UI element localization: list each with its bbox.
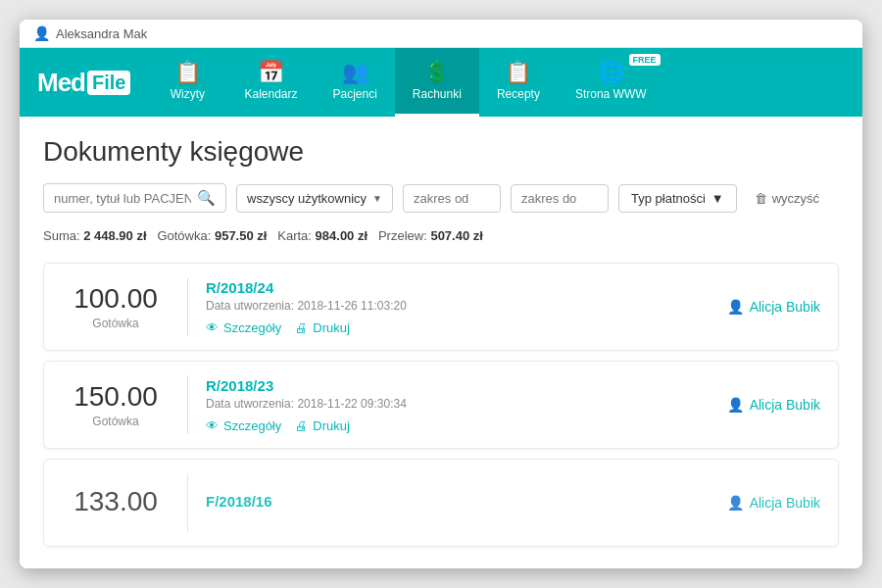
www-icon: 🌐 xyxy=(598,62,624,83)
gotowka-label: Gotówka: xyxy=(157,228,211,243)
search-input[interactable] xyxy=(54,191,191,206)
app-window: 👤 Aleksandra Mak Med File 📋 Wizyty 📅 Kal… xyxy=(20,20,862,568)
user-icon: 👤 xyxy=(33,25,50,41)
amount-value-3: 133.00 xyxy=(62,486,170,517)
details-button-2[interactable]: 👁 Szczegóły xyxy=(206,418,281,433)
date-value-2: 2018-11-22 09:30:34 xyxy=(297,397,406,411)
payment-type-caret: ▼ xyxy=(711,191,724,206)
doc-patient-2[interactable]: 👤 Alicja Bubik xyxy=(683,397,820,413)
brand-med-text: Med xyxy=(37,68,85,98)
trash-icon: 🗑 xyxy=(755,191,767,206)
amount-value-2: 150.00 xyxy=(62,381,170,413)
print-label-1: Drukuj xyxy=(313,320,350,335)
wizyty-label: Wizyty xyxy=(171,87,205,101)
recepty-icon: 📋 xyxy=(505,62,531,83)
doc-amount-3: 133.00 xyxy=(62,486,170,519)
pacjenci-label: Pacjenci xyxy=(333,87,377,101)
doc-number-2: R/2018/23 xyxy=(206,377,683,394)
username-label: Aleksandra Mak xyxy=(56,26,147,41)
doc-info-1: R/2018/24 Data utworzenia: 2018-11-26 11… xyxy=(206,279,683,335)
payment-method-1: Gotówka xyxy=(62,317,170,330)
doc-info-3: F/2018/16 xyxy=(206,493,683,513)
details-label-1: Szczegóły xyxy=(223,320,281,335)
doc-number-1: R/2018/24 xyxy=(206,279,683,296)
divider-2 xyxy=(187,375,188,434)
free-badge: FREE xyxy=(629,54,661,66)
users-dropdown-caret: ▼ xyxy=(372,193,382,204)
date-to-input[interactable] xyxy=(511,184,609,213)
nav-item-wizyty[interactable]: 📋 Wizyty xyxy=(148,48,226,117)
nav-item-pacjenci[interactable]: 👥 Pacjenci xyxy=(316,48,395,117)
www-label: Strona WWW xyxy=(575,87,647,101)
payment-method-2: Gotówka xyxy=(62,415,170,428)
gotowka-value: 957.50 zł xyxy=(215,228,268,243)
doc-amount-2: 150.00 Gotówka xyxy=(62,381,170,428)
payment-type-dropdown[interactable]: Typ płatności ▼ xyxy=(618,184,737,213)
kalendarz-icon: 📅 xyxy=(258,62,284,83)
divider-1 xyxy=(187,277,188,336)
brand-file-text: File xyxy=(87,71,130,95)
eye-icon-2: 👁 xyxy=(206,418,219,433)
nav-item-rachunki[interactable]: 💲 Rachunki xyxy=(395,48,479,117)
user-bar: 👤 Aleksandra Mak xyxy=(20,20,862,48)
doc-patient-1[interactable]: 👤 Alicja Bubik xyxy=(683,299,820,315)
rachunki-label: Rachunki xyxy=(413,87,462,101)
navbar: Med File 📋 Wizyty 📅 Kalendarz 👥 Pacjenci… xyxy=(20,48,862,117)
print-icon-1: 🖨 xyxy=(295,320,308,335)
nav-item-kalendarz[interactable]: 📅 Kalendarz xyxy=(226,48,315,117)
clear-label: wyczyść xyxy=(772,191,819,206)
date-label-1: Data utworzenia: xyxy=(206,299,294,313)
suma-value: 2 448.90 zł xyxy=(83,228,146,243)
search-bar: 🔍 wszyscy użytkownicy ▼ Typ płatności ▼ … xyxy=(43,183,839,213)
print-button-1[interactable]: 🖨 Drukuj xyxy=(295,320,350,335)
recepty-label: Recepty xyxy=(497,87,540,101)
nav-item-recepty[interactable]: 📋 Recepty xyxy=(479,48,558,117)
eye-icon-1: 👁 xyxy=(206,320,219,335)
users-dropdown-label: wszyscy użytkownicy xyxy=(247,191,367,206)
brand-logo[interactable]: Med File xyxy=(20,48,148,117)
document-list: 100.00 Gotówka R/2018/24 Data utworzenia… xyxy=(43,263,839,557)
main-content: Dokumenty księgowe 🔍 wszyscy użytkownicy… xyxy=(20,117,862,568)
details-button-1[interactable]: 👁 Szczegóły xyxy=(206,320,281,335)
table-row: 133.00 F/2018/16 👤 Alicja Bubik xyxy=(43,459,839,547)
details-label-2: Szczegóły xyxy=(223,418,281,433)
przelew-label: Przelew: xyxy=(378,228,427,243)
print-label-2: Drukuj xyxy=(313,418,350,433)
date-value-1: 2018-11-26 11:03:20 xyxy=(297,299,406,313)
nav-items: 📋 Wizyty 📅 Kalendarz 👥 Pacjenci 💲 Rachun… xyxy=(148,48,862,117)
patient-name-2: Alicja Bubik xyxy=(750,397,820,413)
patient-icon-1: 👤 xyxy=(727,299,744,315)
patient-icon-3: 👤 xyxy=(727,495,744,511)
payment-type-label: Typ płatności xyxy=(631,191,706,206)
doc-patient-3[interactable]: 👤 Alicja Bubik xyxy=(683,495,820,511)
doc-amount-1: 100.00 Gotówka xyxy=(62,283,170,330)
summary-bar: Suma: 2 448.90 zł Gotówka: 957.50 zł Kar… xyxy=(43,224,839,247)
page-title: Dokumenty księgowe xyxy=(43,136,839,168)
nav-item-strona-www[interactable]: FREE 🌐 Strona WWW xyxy=(558,48,664,117)
suma-label: Suma: xyxy=(43,228,80,243)
doc-actions-1: 👁 Szczegóły 🖨 Drukuj xyxy=(206,320,683,335)
search-input-wrap[interactable]: 🔍 xyxy=(43,183,226,213)
table-row: 150.00 Gotówka R/2018/23 Data utworzenia… xyxy=(43,361,839,449)
doc-date-1: Data utworzenia: 2018-11-26 11:03:20 xyxy=(206,299,683,313)
doc-actions-2: 👁 Szczegóły 🖨 Drukuj xyxy=(206,418,683,433)
table-row: 100.00 Gotówka R/2018/24 Data utworzenia… xyxy=(43,263,839,351)
doc-number-3: F/2018/16 xyxy=(206,493,683,510)
patient-name-3: Alicja Bubik xyxy=(750,495,820,511)
divider-3 xyxy=(187,473,188,532)
amount-value-1: 100.00 xyxy=(62,283,170,315)
rachunki-icon: 💲 xyxy=(423,62,450,83)
pacjenci-icon: 👥 xyxy=(342,62,368,83)
print-button-2[interactable]: 🖨 Drukuj xyxy=(295,418,350,433)
karta-label: Karta: xyxy=(277,228,312,243)
doc-date-2: Data utworzenia: 2018-11-22 09:30:34 xyxy=(206,397,683,411)
search-icon[interactable]: 🔍 xyxy=(197,189,216,207)
patient-icon-2: 👤 xyxy=(727,397,744,413)
przelew-value: 507.40 zł xyxy=(430,228,483,243)
date-from-input[interactable] xyxy=(403,184,501,213)
karta-value: 984.00 zł xyxy=(316,228,368,243)
print-icon-2: 🖨 xyxy=(295,418,308,433)
kalendarz-label: Kalendarz xyxy=(244,87,297,101)
users-dropdown[interactable]: wszyscy użytkownicy ▼ xyxy=(236,184,393,213)
clear-button[interactable]: 🗑 wyczyść xyxy=(747,185,827,212)
